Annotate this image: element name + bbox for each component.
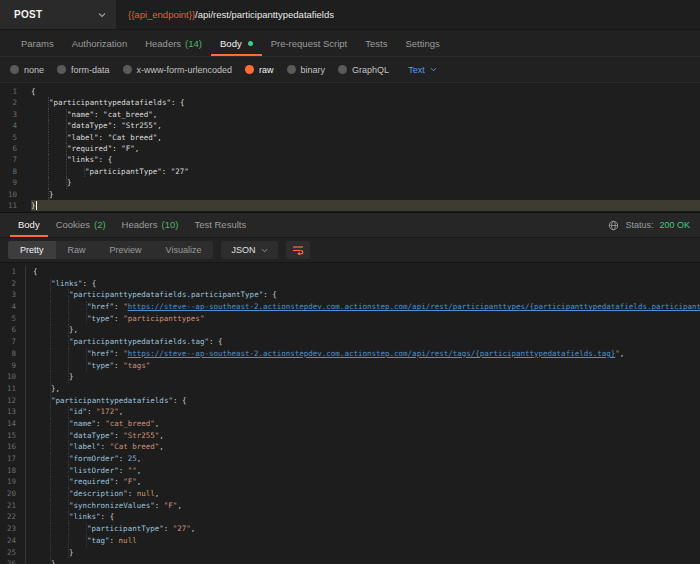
radio-icon <box>338 65 347 74</box>
line-number: 8 <box>0 166 26 177</box>
format-select[interactable]: Text <box>408 65 437 75</box>
radio-raw[interactable]: raw <box>245 65 274 75</box>
code-token: "tag" <box>87 535 110 547</box>
code-token: "synchronizeValues" <box>69 500 155 512</box>
radio-x-www-form-urlencoded[interactable]: x-www-form-urlencoded <box>123 65 233 75</box>
tab-test-results[interactable]: Test Results <box>186 213 254 237</box>
tab-settings[interactable]: Settings <box>396 30 448 56</box>
view-visualize-button[interactable]: Visualize <box>154 241 214 259</box>
wrap-text-button[interactable] <box>286 241 310 259</box>
indent-guide <box>31 109 49 120</box>
code-line: 16"label": "Cat breed", <box>0 441 700 453</box>
tab-pre-request-script[interactable]: Pre-request Script <box>262 30 357 56</box>
indent-guide <box>33 547 51 559</box>
indent-guide <box>33 348 51 360</box>
status-badge[interactable]: 200 OK <box>659 220 690 230</box>
code-token: , <box>620 348 625 360</box>
radio-binary[interactable]: binary <box>287 65 326 75</box>
code-token: "participantType" <box>87 523 164 535</box>
tab-cookies[interactable]: Cookies (2) <box>48 213 114 237</box>
radio-label: none <box>24 65 44 75</box>
code-line: 7"links": { <box>0 154 700 165</box>
indent-guide <box>33 558 51 564</box>
radio-graphql[interactable]: GraphQL <box>338 65 389 75</box>
indent-guide <box>33 278 51 290</box>
code-line: 6}, <box>0 324 700 336</box>
tab-label: Authorization <box>72 38 127 49</box>
code-token: "F" <box>123 476 137 488</box>
method-select[interactable]: POST <box>0 0 116 29</box>
indent-guide <box>33 535 51 547</box>
indent-guide <box>51 336 69 348</box>
tab-label: Params <box>21 38 54 49</box>
line-number: 23 <box>0 523 26 535</box>
tab-response-headers[interactable]: Headers (10) <box>114 213 187 237</box>
code-line: 4"href": "https://steve--ap-southeast-2.… <box>0 301 700 313</box>
tab-headers[interactable]: Headers (14) <box>136 30 211 56</box>
code-token: : <box>114 301 123 313</box>
tab-label: Test Results <box>194 219 246 230</box>
radio-none[interactable]: none <box>10 65 44 75</box>
code-token: } <box>67 177 72 188</box>
code-token: , <box>155 488 160 500</box>
tab-label: Headers <box>122 219 158 230</box>
code-token: : <box>119 453 128 465</box>
indent-guide <box>33 371 51 383</box>
indent-guide <box>49 166 67 177</box>
request-body-editor[interactable]: 1{2"participanttypedatafields": {3"name"… <box>0 83 700 213</box>
code-token: "links" <box>69 511 101 523</box>
network-globe-icon[interactable] <box>608 220 619 231</box>
wrap-text-icon <box>292 241 304 259</box>
url-variable: {{api_endpoint}} <box>128 9 195 20</box>
line-number: 4 <box>0 301 26 313</box>
modified-dot-icon <box>248 41 253 46</box>
code-token: , <box>155 418 160 430</box>
code-token: "href" <box>87 301 114 313</box>
response-body-editor[interactable]: 1{2"links": {3"participanttypedatafields… <box>0 263 700 564</box>
radio-icon <box>10 65 19 74</box>
radio-form-data[interactable]: form-data <box>57 65 110 75</box>
tab-response-body[interactable]: Body <box>10 213 48 237</box>
code-line: 8"href": "https://steve--ap-southeast-2.… <box>0 348 700 360</box>
code-token: : <box>114 476 123 488</box>
line-number: 11 <box>0 200 26 211</box>
code-line: 5"type": "participanttypes" <box>0 313 700 325</box>
text-cursor <box>36 201 37 210</box>
code-line: 1{ <box>0 86 700 97</box>
chevron-down-icon <box>98 12 106 18</box>
indent-guide <box>51 500 69 512</box>
indent-guide <box>51 313 69 325</box>
tab-tests[interactable]: Tests <box>356 30 396 56</box>
method-label: POST <box>14 9 98 20</box>
language-label: JSON <box>231 245 255 255</box>
indent-guide <box>51 511 69 523</box>
indent-guide <box>49 177 67 188</box>
line-number: 2 <box>0 97 26 108</box>
request-tabs: Params Authorization Headers (14) Body P… <box>0 30 700 57</box>
line-number: 4 <box>0 120 26 131</box>
code-token: : <box>114 348 123 360</box>
tab-params[interactable]: Params <box>12 30 63 56</box>
tab-authorization[interactable]: Authorization <box>63 30 136 56</box>
code-token: : <box>128 488 137 500</box>
code-token: , <box>159 430 164 442</box>
code-token: "type" <box>87 313 114 325</box>
indent-guide <box>51 465 69 477</box>
line-number: 21 <box>0 500 26 512</box>
language-select[interactable]: JSON <box>221 241 278 259</box>
code-line: 24"tag": null <box>0 535 700 547</box>
indent-guide <box>31 154 49 165</box>
view-raw-button[interactable]: Raw <box>56 241 98 259</box>
indent-guide <box>33 383 51 395</box>
code-token: "" <box>128 465 137 477</box>
indent-guide <box>51 476 69 488</box>
code-token: : <box>110 535 119 547</box>
view-preview-button[interactable]: Preview <box>98 241 154 259</box>
code-line: 11}, <box>0 383 700 395</box>
code-token: , <box>137 465 142 477</box>
url-input[interactable]: {{api_endpoint}}/api/rest/participanttyp… <box>116 0 700 29</box>
code-token: "description" <box>69 488 128 500</box>
tab-body[interactable]: Body <box>211 30 262 56</box>
view-pretty-button[interactable]: Pretty <box>8 241 56 259</box>
code-token: "name" <box>69 418 96 430</box>
